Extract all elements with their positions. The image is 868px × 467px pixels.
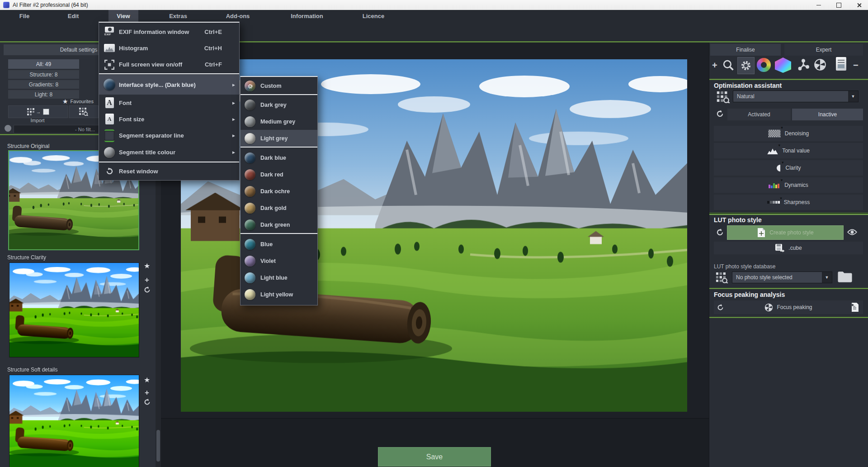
- tune-tool-button[interactable]: [737, 57, 755, 74]
- panel-accent-line: [709, 79, 868, 80]
- menu-item-reset-window[interactable]: Reset window: [99, 163, 239, 179]
- search-presets-button[interactable]: [69, 105, 99, 118]
- minimize-button[interactable]: [810, 0, 827, 10]
- color-cube-icon[interactable]: [775, 57, 791, 73]
- close-button[interactable]: [850, 0, 868, 10]
- grid-search-icon: [716, 272, 728, 283]
- menu-item-exif-information[interactable]: EXIF EXIF information window Ctrl+E: [99, 24, 239, 40]
- optimisation-preset-dropdown[interactable]: Natural ▼: [733, 91, 859, 102]
- category-structure[interactable]: Structure: 8: [8, 70, 79, 79]
- style-sphere-icon: [103, 79, 116, 91]
- lut-database-dropdown[interactable]: No photo style selected ▼: [732, 272, 832, 283]
- menu-view[interactable]: View: [108, 10, 138, 22]
- search-tool-icon[interactable]: [722, 59, 735, 71]
- submenu-arrow-icon: ►: [231, 133, 236, 138]
- preset-thumbnail-structure-clarity[interactable]: [9, 262, 139, 357]
- favourite-star-icon[interactable]: ★: [144, 262, 150, 270]
- add-preset-icon[interactable]: +: [145, 389, 149, 396]
- add-tool-icon[interactable]: +: [712, 61, 717, 70]
- submenu-item-dark-ochre[interactable]: Dark ochre: [241, 183, 317, 200]
- colour-sphere-icon: [243, 133, 257, 144]
- reset-lut-icon[interactable]: [716, 228, 724, 237]
- colour-sphere-icon: [243, 152, 257, 163]
- lut-title: LUT photo style: [714, 216, 762, 224]
- node-graph-icon[interactable]: [797, 58, 810, 72]
- menu-item-interface-style[interactable]: Interface style... (Dark blue) ►: [99, 75, 239, 95]
- adjustment-row-denoising[interactable]: Denoising: [714, 126, 863, 141]
- tab-expert[interactable]: Expert: [784, 44, 863, 56]
- submenu-item-dark-green[interactable]: Dark green: [241, 216, 317, 233]
- submenu-item-dark-red[interactable]: Dark red: [241, 166, 317, 183]
- minimize-icon: [816, 5, 821, 5]
- exif-camera-icon: EXIF: [103, 26, 116, 37]
- menu-edit[interactable]: Edit: [61, 10, 86, 22]
- submenu-item-medium-grey[interactable]: Medium grey: [241, 113, 317, 130]
- disk-arrow-icon: [775, 243, 785, 253]
- menu-item-segment-separator[interactable]: Segment separator line ►: [99, 127, 239, 144]
- submenu-item-blue[interactable]: Blue: [241, 236, 317, 253]
- menu-item-fullscreen[interactable]: Full screen view on/off Ctrl+F: [99, 56, 239, 73]
- menu-addons[interactable]: Add-ons: [219, 10, 257, 22]
- submenu-item-light-blue[interactable]: Light blue: [241, 269, 317, 286]
- submenu-item-light-grey[interactable]: Light grey: [241, 130, 317, 147]
- sharpen-dots-icon: [767, 200, 780, 205]
- aperture-tool-icon[interactable]: [814, 58, 826, 71]
- menu-item-font-size[interactable]: A Font size ►: [99, 111, 239, 127]
- submenu-item-violet[interactable]: Violet: [241, 253, 317, 269]
- cube-export-row[interactable]: .cube: [714, 242, 863, 254]
- reset-optimisation-icon[interactable]: [716, 110, 724, 118]
- menu-information[interactable]: Information: [285, 10, 329, 22]
- menu-licence[interactable]: Licence: [357, 10, 390, 22]
- menu-file[interactable]: File: [12, 10, 37, 22]
- floppy-icon: [43, 109, 49, 115]
- export-presets-button[interactable]: →: [8, 105, 68, 118]
- reset-focus-icon[interactable]: [717, 304, 724, 311]
- adjustment-row-clarity[interactable]: Clarity: [714, 160, 863, 176]
- color-bars-icon: [769, 182, 780, 188]
- refresh-preset-icon[interactable]: [143, 398, 151, 406]
- maximize-button[interactable]: [830, 0, 847, 10]
- menu-separator: [99, 162, 239, 162]
- arrow-right-icon: →: [36, 109, 41, 114]
- dropdown-arrow-icon: ▼: [848, 91, 858, 102]
- submenu-item-dark-blue[interactable]: Dark blue: [241, 149, 317, 166]
- menu-extras[interactable]: Extras: [163, 10, 193, 22]
- menu-separator: [241, 233, 317, 234]
- menu-item-segment-title-colour[interactable]: Segment title colour ►: [99, 144, 239, 161]
- import-label: Import: [8, 118, 67, 123]
- submenu-item-custom[interactable]: Custom: [241, 78, 317, 94]
- window-title: AI Filter #2 professional (64 bit): [13, 2, 88, 8]
- preset-thumbnail-structure-soft-details[interactable]: [9, 375, 139, 467]
- colour-sphere-icon: [243, 186, 257, 197]
- create-photo-style-button[interactable]: Create photo style: [727, 225, 844, 240]
- add-preset-icon[interactable]: +: [145, 276, 149, 284]
- remove-tool-icon[interactable]: −: [853, 61, 859, 70]
- filter-knob-icon[interactable]: [5, 125, 11, 132]
- adjustment-row-dynamics[interactable]: Dynamics: [714, 177, 863, 193]
- submenu-item-dark-gold[interactable]: Dark gold: [241, 200, 317, 216]
- font-size-icon: A: [103, 114, 116, 124]
- menu-item-font[interactable]: A Font ►: [99, 95, 239, 111]
- adjustment-row-sharpness[interactable]: Sharpness: [714, 195, 863, 210]
- refresh-preset-icon[interactable]: [143, 286, 151, 294]
- export-analysis-icon[interactable]: [849, 302, 859, 312]
- scrollbar-thumb[interactable]: [156, 430, 160, 462]
- favourite-star-icon[interactable]: ★: [144, 376, 150, 384]
- adjustment-row-tonal-value[interactable]: Tonal value: [714, 143, 863, 158]
- save-button[interactable]: Save: [378, 447, 491, 467]
- color-wheel-icon[interactable]: [757, 58, 771, 72]
- activated-button[interactable]: Activated: [727, 109, 791, 120]
- inactive-button[interactable]: Inactive: [792, 109, 863, 120]
- document-tool-icon[interactable]: [836, 57, 846, 71]
- open-folder-icon[interactable]: [837, 271, 853, 283]
- tab-finalise[interactable]: Finalise: [710, 44, 781, 56]
- style-preview-eye-icon[interactable]: [847, 228, 858, 236]
- focus-peaking-row[interactable]: Focus peaking: [714, 300, 863, 314]
- reset-icon: [103, 167, 116, 176]
- category-all[interactable]: All: 49: [8, 59, 79, 69]
- maximize-icon: [836, 3, 841, 8]
- submenu-item-light-yellow[interactable]: Light yellow: [241, 286, 317, 303]
- submenu-item-dark-grey[interactable]: Dark grey: [241, 97, 317, 113]
- menu-item-histogram[interactable]: Histogram Ctrl+H: [99, 40, 239, 56]
- category-gradients[interactable]: Gradients: 8: [8, 80, 79, 89]
